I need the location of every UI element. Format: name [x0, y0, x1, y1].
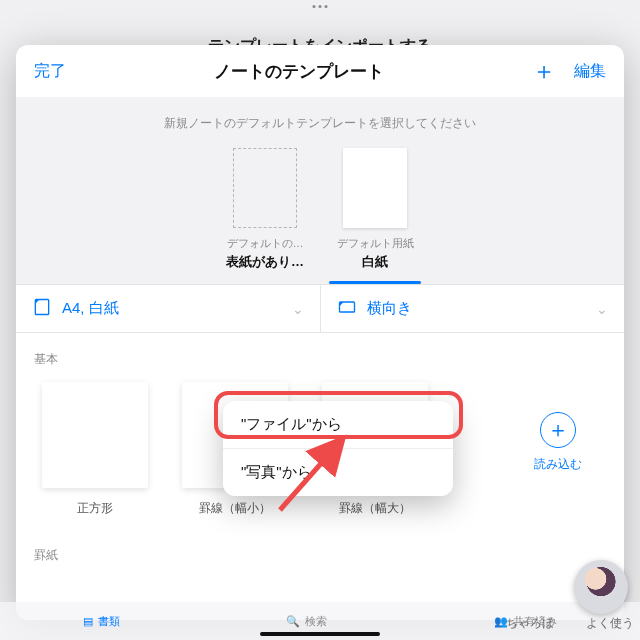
default-cover-main: 表紙があり…: [219, 253, 311, 271]
paper-thumb-icon: [343, 148, 407, 228]
paper-size-icon: [32, 297, 52, 320]
default-cover-option[interactable]: デフォルトの… 表紙があり…: [219, 148, 311, 284]
default-caption: 新規ノートのデフォルトテンプレートを選択してください: [26, 115, 614, 132]
tab-search[interactable]: 🔍検索: [286, 614, 327, 629]
default-paper-option[interactable]: デフォルト用紙 白紙: [329, 148, 421, 284]
cover-placeholder-icon: [233, 148, 297, 228]
chevron-down-icon: ⌄: [292, 301, 304, 317]
tab-documents[interactable]: ▤書類: [83, 614, 120, 629]
import-source-popover: "ファイル"から "写真"から: [223, 401, 453, 496]
default-paper-sub: デフォルト用紙: [329, 236, 421, 251]
template-sheet: 完了 ノートのテンプレート ＋ 編集 新規ノートのデフォルトテンプレートを選択し…: [16, 45, 624, 620]
tab-label: 検索: [305, 614, 327, 629]
orientation-selector[interactable]: 横向き ⌄: [320, 285, 625, 332]
section-basic-label: 基本: [16, 333, 624, 374]
default-template-area: 新規ノートのデフォルトテンプレートを選択してください デフォルトの… 表紙があり…: [16, 97, 624, 284]
import-label: 読み込む: [534, 456, 582, 473]
default-cover-sub: デフォルトの…: [219, 236, 311, 251]
template-square[interactable]: 正方形: [42, 382, 148, 517]
import-button[interactable]: ＋: [540, 412, 576, 448]
home-indicator: [260, 632, 380, 636]
selector-row: A4, 白紙 ⌄ 横向き ⌄: [16, 284, 624, 333]
done-button[interactable]: 完了: [34, 61, 66, 82]
paper-size-selector[interactable]: A4, 白紙 ⌄: [16, 285, 320, 332]
drag-handle-icon: [313, 5, 328, 8]
import-from-files[interactable]: "ファイル"から: [223, 401, 453, 448]
search-icon: 🔍: [286, 615, 300, 628]
orientation-label: 横向き: [367, 299, 587, 318]
template-label: 正方形: [42, 500, 148, 517]
template-label: 罫線（幅小）: [182, 500, 288, 517]
book-icon: ▤: [83, 615, 93, 628]
avatar-watermark-icon: [574, 560, 628, 614]
orientation-icon: [337, 297, 357, 320]
svg-rect-0: [35, 300, 48, 315]
import-column: ＋ 読み込む: [518, 382, 598, 473]
section-ruled-label: 罫紙: [16, 525, 624, 570]
watermark-text-right: よく使う: [586, 615, 634, 632]
chevron-down-icon: ⌄: [596, 301, 608, 317]
template-label: 罫線（幅大）: [322, 500, 428, 517]
paper-size-label: A4, 白紙: [62, 299, 282, 318]
watermark-text-left: ちゃろぼ: [506, 615, 554, 632]
default-paper-main: 白紙: [329, 253, 421, 271]
add-button[interactable]: ＋: [532, 59, 556, 83]
sheet-header: 完了 ノートのテンプレート ＋ 編集: [16, 45, 624, 97]
sheet-title: ノートのテンプレート: [214, 60, 384, 83]
edit-button[interactable]: 編集: [574, 61, 606, 82]
import-from-photos[interactable]: "写真"から: [223, 448, 453, 496]
tab-label: 書類: [98, 614, 120, 629]
template-thumb-icon: [42, 382, 148, 488]
